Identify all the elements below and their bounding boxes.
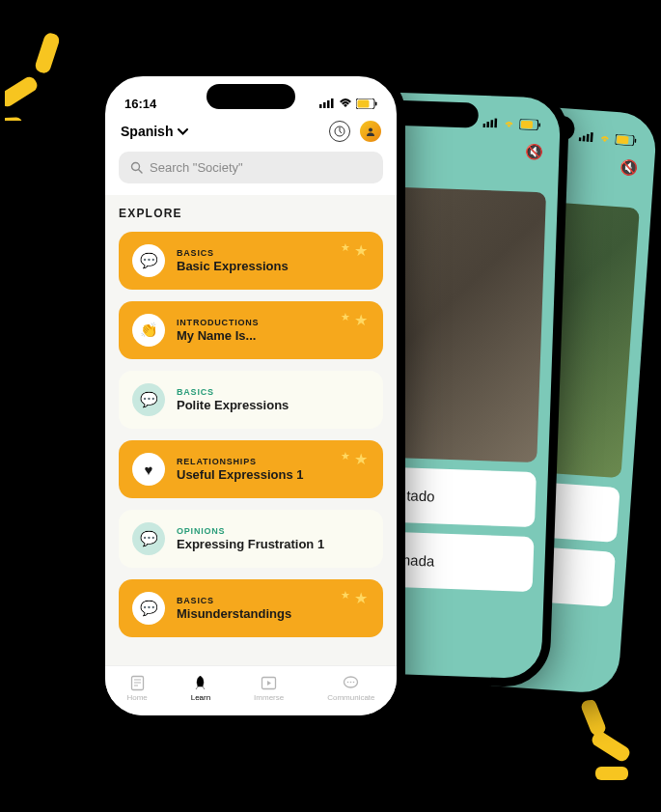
signal-icon bbox=[319, 98, 335, 108]
file-icon bbox=[129, 674, 146, 691]
nav-communicate[interactable]: Communicate bbox=[327, 674, 374, 702]
search-placeholder: Search "Society" bbox=[150, 160, 243, 175]
play-icon bbox=[261, 674, 277, 691]
svg-rect-22 bbox=[327, 100, 330, 108]
card-category: OPINIONS bbox=[177, 526, 370, 536]
nav-label: Communicate bbox=[327, 693, 374, 702]
svg-rect-18 bbox=[521, 120, 533, 127]
svg-rect-9 bbox=[591, 132, 593, 142]
svg-rect-19 bbox=[538, 123, 540, 126]
nav-label: Learn bbox=[191, 693, 210, 702]
svg-rect-23 bbox=[331, 98, 334, 108]
card-title: Polite Expressions bbox=[177, 398, 370, 412]
signal-icon bbox=[482, 118, 498, 128]
search-icon bbox=[130, 161, 143, 174]
svg-point-28 bbox=[369, 128, 372, 132]
status-icons bbox=[482, 117, 540, 129]
nav-label: Home bbox=[126, 693, 147, 702]
mute-icon[interactable]: 🔇 bbox=[620, 158, 639, 177]
header: Spanish bbox=[105, 117, 397, 152]
nav-learn[interactable]: Learn bbox=[191, 674, 210, 702]
svg-point-37 bbox=[347, 681, 349, 683]
svg-rect-2 bbox=[5, 117, 22, 121]
phone-front: 16:14 Spanish Search "Society" EXPLORE 💬… bbox=[96, 68, 405, 724]
svg-line-30 bbox=[139, 170, 143, 174]
card-title: Misunderstandings bbox=[177, 606, 370, 621]
stars-icon: ★★ bbox=[341, 311, 368, 329]
chevron-down-icon bbox=[178, 128, 188, 135]
svg-rect-12 bbox=[635, 138, 637, 142]
card-icon: 💬 bbox=[132, 592, 165, 625]
svg-rect-14 bbox=[486, 122, 489, 127]
nav-immerse[interactable]: Immerse bbox=[254, 674, 284, 702]
notch bbox=[207, 84, 295, 109]
svg-rect-5 bbox=[595, 767, 628, 780]
section-title: EXPLORE bbox=[119, 207, 383, 220]
bottom-nav: HomeLearnImmerseCommunicate bbox=[105, 665, 397, 715]
svg-rect-4 bbox=[590, 729, 632, 764]
status-time: 16:14 bbox=[124, 97, 156, 111]
battery-icon bbox=[615, 133, 637, 146]
svg-rect-8 bbox=[587, 134, 590, 142]
card-icon: 👏 bbox=[132, 314, 165, 347]
stars-icon: ★★ bbox=[341, 241, 368, 260]
wifi-icon bbox=[502, 119, 515, 128]
rocket-icon bbox=[192, 674, 208, 691]
language-selector[interactable]: Spanish bbox=[121, 124, 188, 139]
card-title: My Name Is... bbox=[177, 328, 370, 343]
card-title: Useful Expressions 1 bbox=[177, 467, 370, 482]
stars-icon: ★★ bbox=[341, 589, 368, 607]
battery-icon bbox=[519, 119, 540, 130]
lesson-card[interactable]: 👏INTRODUCTIONSMy Name Is...★★ bbox=[119, 301, 383, 359]
accent-mark-tl bbox=[5, 29, 92, 121]
wifi-icon bbox=[598, 133, 613, 144]
svg-point-39 bbox=[353, 681, 355, 683]
svg-rect-13 bbox=[482, 124, 485, 127]
signal-icon bbox=[579, 131, 595, 142]
svg-rect-3 bbox=[579, 697, 607, 737]
card-category: BASICS bbox=[177, 387, 370, 397]
streak-icon[interactable] bbox=[329, 121, 350, 142]
profile-icon[interactable] bbox=[360, 121, 381, 142]
svg-rect-15 bbox=[490, 120, 493, 127]
mute-icon[interactable]: 🔇 bbox=[525, 144, 544, 162]
lesson-card[interactable]: 💬BASICSPolite Expressions bbox=[119, 371, 383, 429]
svg-rect-7 bbox=[583, 136, 586, 142]
stars-icon: ★★ bbox=[341, 450, 368, 468]
card-icon: 💬 bbox=[132, 244, 165, 277]
wifi-icon bbox=[339, 98, 352, 108]
main-content: EXPLORE 💬BASICSBasic Expressions★★👏INTRO… bbox=[105, 195, 397, 665]
card-title: Basic Expressions bbox=[177, 259, 370, 273]
chat-icon bbox=[343, 674, 359, 691]
svg-point-38 bbox=[350, 681, 352, 683]
lesson-card[interactable]: 💬BASICSBasic Expressions★★ bbox=[119, 232, 383, 290]
svg-rect-20 bbox=[319, 104, 322, 108]
card-icon: ♥ bbox=[132, 453, 165, 486]
svg-rect-11 bbox=[617, 135, 629, 144]
battery-icon bbox=[356, 98, 377, 109]
nav-label: Immerse bbox=[254, 693, 284, 702]
svg-rect-26 bbox=[375, 101, 377, 105]
accent-mark-br bbox=[536, 691, 642, 783]
svg-rect-16 bbox=[494, 118, 497, 127]
svg-rect-1 bbox=[5, 74, 40, 109]
card-title: Expressing Frustration 1 bbox=[177, 537, 370, 551]
lesson-card[interactable]: ♥RELATIONSHIPSUseful Expressions 1★★ bbox=[119, 440, 383, 498]
lesson-card[interactable]: 💬BASICSMisunderstandings★★ bbox=[119, 579, 383, 637]
svg-rect-21 bbox=[323, 102, 326, 108]
card-icon: 💬 bbox=[132, 522, 165, 555]
nav-home[interactable]: Home bbox=[126, 674, 147, 702]
status-icons bbox=[579, 131, 638, 146]
search-input[interactable]: Search "Society" bbox=[119, 152, 383, 183]
language-label: Spanish bbox=[121, 124, 173, 139]
svg-rect-0 bbox=[34, 32, 61, 75]
svg-rect-6 bbox=[579, 137, 582, 141]
card-icon: 💬 bbox=[132, 383, 165, 416]
lesson-card[interactable]: 💬OPINIONSExpressing Frustration 1 bbox=[119, 510, 383, 568]
status-icons bbox=[319, 98, 377, 109]
svg-rect-25 bbox=[358, 99, 370, 107]
